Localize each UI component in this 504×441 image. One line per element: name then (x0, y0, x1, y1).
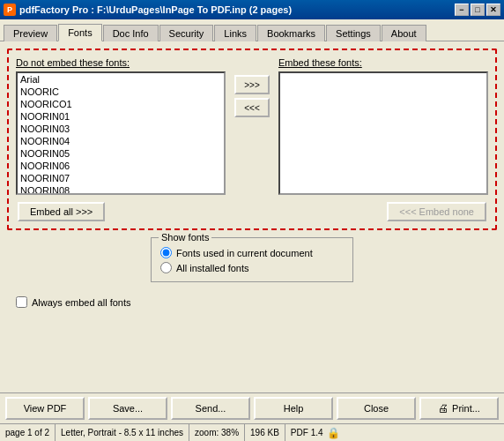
list-item[interactable]: NOORIN05 (18, 147, 224, 160)
list-item[interactable]: NOORIC (18, 86, 224, 98)
window-title: pdfFactory Pro : F:\UrduPages\InPage To … (19, 4, 292, 15)
tab-bookmarks[interactable]: Bookmarks (257, 25, 325, 41)
minimize-button[interactable]: − (455, 4, 469, 16)
list-item[interactable]: NOORIN08 (18, 184, 224, 195)
titlebar-left: P pdfFactory Pro : F:\UrduPages\InPage T… (4, 4, 292, 16)
radio-all-installed-row: All installed fonts (160, 262, 344, 273)
always-embed-checkbox[interactable] (16, 296, 27, 308)
statusbar: page 1 of 2 Letter, Portrait - 8.5 x 11 … (0, 423, 504, 441)
radio-all-installed[interactable] (160, 262, 172, 273)
view-pdf-button[interactable]: View PDF (5, 397, 85, 420)
titlebar-buttons[interactable]: − □ ✕ (455, 4, 500, 16)
list-item[interactable]: NOORIN03 (18, 123, 224, 135)
always-embed-label: Always embed all fonts (32, 297, 131, 308)
help-button[interactable]: Help (254, 397, 333, 420)
embed-listbox[interactable] (278, 71, 488, 195)
move-right-button[interactable]: >>> (234, 75, 270, 94)
tab-docinfo[interactable]: Doc Info (103, 25, 159, 41)
list-item[interactable]: NOORIN07 (18, 172, 224, 184)
radio-current-doc-row: Fonts used in current document (160, 247, 344, 258)
tabs-bar: Preview Fonts Doc Info Security Links Bo… (0, 19, 504, 41)
printer-icon: 🖨 (438, 402, 448, 415)
no-embed-section: Do not embed these fonts: Arial NOORIC N… (16, 57, 226, 195)
no-embed-label: Do not embed these fonts: (16, 57, 226, 68)
close-button[interactable]: ✕ (486, 4, 500, 16)
always-embed-row: Always embed all fonts (16, 296, 497, 308)
main-content: Do not embed these fonts: Arial NOORIC N… (0, 41, 504, 324)
tab-fonts[interactable]: Fonts (58, 24, 102, 41)
tab-links[interactable]: Links (214, 25, 256, 41)
no-embed-listbox[interactable]: Arial NOORIC NOORICO1 NOORIN01 NOORIN03 … (16, 71, 226, 195)
embed-buttons: Embed all >>> <<< Embed none (16, 202, 488, 221)
embed-none-button[interactable]: <<< Embed none (387, 202, 486, 221)
status-paper: Letter, Portrait - 8.5 x 11 inches (56, 424, 189, 441)
tab-preview[interactable]: Preview (4, 25, 57, 41)
show-fonts-group: Show fonts Fonts used in current documen… (151, 237, 353, 282)
arrow-buttons: >>> <<< (233, 57, 271, 117)
radio-current-doc[interactable] (160, 247, 172, 258)
status-zoom: zoom: 38% (189, 424, 245, 441)
radio-all-installed-label: All installed fonts (176, 263, 249, 273)
bottom-toolbar: View PDF Save... Send... Help Close 🖨 Pr… (0, 392, 504, 423)
fonts-columns: Do not embed these fonts: Arial NOORIC N… (16, 57, 488, 195)
fonts-panel: Do not embed these fonts: Arial NOORIC N… (7, 49, 497, 230)
list-item[interactable]: NOORIN01 (18, 110, 224, 123)
close-button[interactable]: Close (337, 397, 416, 420)
move-left-button[interactable]: <<< (234, 98, 270, 117)
list-item[interactable]: Arial (18, 73, 224, 86)
status-size: 196 KB (245, 424, 285, 441)
save-button[interactable]: Save... (88, 397, 167, 420)
embed-section: Embed these fonts: (278, 57, 488, 195)
list-item[interactable]: NOORIN06 (18, 160, 224, 172)
status-page: page 1 of 2 (0, 424, 56, 441)
tab-settings[interactable]: Settings (326, 25, 381, 41)
send-button[interactable]: Send... (171, 397, 250, 420)
tab-security[interactable]: Security (159, 25, 214, 41)
lock-icon: 🔒 (327, 427, 340, 439)
maximize-button[interactable]: □ (471, 4, 485, 16)
list-item[interactable]: NOORICO1 (18, 98, 224, 110)
embed-label: Embed these fonts: (278, 57, 488, 68)
app-icon: P (4, 4, 16, 16)
print-label: Print... (452, 403, 480, 414)
embed-all-button[interactable]: Embed all >>> (18, 202, 105, 221)
status-version: PDF 1.4 🔒 (285, 424, 345, 441)
list-item[interactable]: NOORIN04 (18, 135, 224, 147)
radio-current-doc-label: Fonts used in current document (176, 248, 313, 258)
version-text: PDF 1.4 (291, 428, 323, 437)
show-fonts-label: Show fonts (159, 232, 211, 243)
tab-about[interactable]: About (382, 25, 426, 41)
titlebar: P pdfFactory Pro : F:\UrduPages\InPage T… (0, 0, 504, 19)
print-button[interactable]: 🖨 Print... (419, 397, 499, 420)
